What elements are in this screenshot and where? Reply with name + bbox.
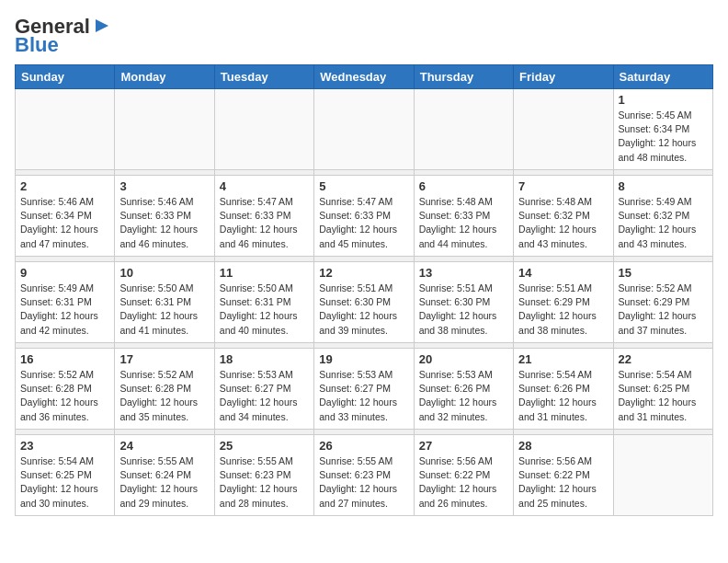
- day-info: Sunrise: 5:53 AMSunset: 6:27 PMDaylight:…: [319, 368, 408, 424]
- day-number: 12: [319, 266, 408, 280]
- day-info: Sunrise: 5:53 AMSunset: 6:26 PMDaylight:…: [419, 368, 508, 424]
- day-number: 18: [220, 352, 309, 366]
- day-info: Sunrise: 5:56 AMSunset: 6:22 PMDaylight:…: [419, 454, 508, 511]
- logo-arrow-icon: [92, 16, 112, 36]
- day-info: Sunrise: 5:50 AMSunset: 6:31 PMDaylight:…: [220, 282, 309, 338]
- day-info: Sunrise: 5:49 AMSunset: 6:32 PMDaylight:…: [619, 195, 708, 251]
- day-info: Sunrise: 5:56 AMSunset: 6:22 PMDaylight:…: [518, 454, 608, 511]
- day-info: Sunrise: 5:52 AMSunset: 6:28 PMDaylight:…: [119, 368, 209, 424]
- cell-w0-d5: [514, 89, 613, 170]
- day-number: 21: [518, 352, 608, 366]
- cell-w4-d5: 28Sunrise: 5:56 AMSunset: 6:22 PMDayligh…: [514, 435, 613, 516]
- cell-w4-d2: 25Sunrise: 5:55 AMSunset: 6:23 PMDayligh…: [214, 435, 313, 516]
- cell-w3-d3: 19Sunrise: 5:53 AMSunset: 6:27 PMDayligh…: [314, 349, 414, 430]
- header-saturday: Saturday: [613, 65, 712, 89]
- day-number: 25: [220, 439, 309, 453]
- cell-w0-d6: 1Sunrise: 5:45 AMSunset: 6:34 PMDaylight…: [613, 89, 712, 170]
- cell-w4-d4: 27Sunrise: 5:56 AMSunset: 6:22 PMDayligh…: [414, 435, 513, 516]
- header: General Blue: [15, 15, 713, 55]
- header-sunday: Sunday: [16, 65, 115, 89]
- day-number: 22: [619, 352, 708, 366]
- day-number: 3: [119, 179, 209, 193]
- day-info: Sunrise: 5:47 AMSunset: 6:33 PMDaylight:…: [319, 195, 408, 251]
- day-info: Sunrise: 5:46 AMSunset: 6:33 PMDaylight:…: [119, 195, 209, 251]
- cell-w3-d1: 17Sunrise: 5:52 AMSunset: 6:28 PMDayligh…: [115, 349, 214, 430]
- day-info: Sunrise: 5:52 AMSunset: 6:29 PMDaylight:…: [619, 282, 708, 338]
- day-info: Sunrise: 5:51 AMSunset: 6:30 PMDaylight:…: [419, 282, 508, 338]
- day-info: Sunrise: 5:55 AMSunset: 6:23 PMDaylight:…: [319, 454, 408, 511]
- day-number: 23: [20, 439, 109, 453]
- header-monday: Monday: [115, 65, 214, 89]
- day-info: Sunrise: 5:54 AMSunset: 6:26 PMDaylight:…: [518, 368, 608, 424]
- cell-w1-d3: 5Sunrise: 5:47 AMSunset: 6:33 PMDaylight…: [314, 176, 414, 257]
- cell-w3-d2: 18Sunrise: 5:53 AMSunset: 6:27 PMDayligh…: [214, 349, 313, 430]
- day-number: 16: [20, 352, 109, 366]
- header-wednesday: Wednesday: [314, 65, 414, 89]
- logo-blue-label: Blue: [15, 35, 59, 55]
- page: General Blue SundayMondayTuesdayWednesda…: [0, 0, 728, 525]
- cell-w1-d0: 2Sunrise: 5:46 AMSunset: 6:34 PMDaylight…: [16, 176, 115, 257]
- day-number: 10: [119, 266, 209, 280]
- cell-w2-d3: 12Sunrise: 5:51 AMSunset: 6:30 PMDayligh…: [314, 262, 414, 343]
- cell-w4-d0: 23Sunrise: 5:54 AMSunset: 6:25 PMDayligh…: [16, 435, 115, 516]
- cell-w4-d1: 24Sunrise: 5:55 AMSunset: 6:24 PMDayligh…: [115, 435, 214, 516]
- cell-w2-d0: 9Sunrise: 5:49 AMSunset: 6:31 PMDaylight…: [16, 262, 115, 343]
- day-number: 5: [319, 179, 408, 193]
- day-info: Sunrise: 5:50 AMSunset: 6:31 PMDaylight:…: [119, 282, 209, 338]
- calendar-header-row: SundayMondayTuesdayWednesdayThursdayFrid…: [16, 65, 713, 89]
- day-number: 9: [20, 266, 109, 280]
- week-row-3: 16Sunrise: 5:52 AMSunset: 6:28 PMDayligh…: [16, 349, 713, 430]
- cell-w1-d5: 7Sunrise: 5:48 AMSunset: 6:32 PMDaylight…: [514, 176, 613, 257]
- header-tuesday: Tuesday: [214, 65, 313, 89]
- cell-w0-d0: [16, 89, 115, 170]
- cell-w3-d6: 22Sunrise: 5:54 AMSunset: 6:25 PMDayligh…: [613, 349, 712, 430]
- cell-w1-d6: 8Sunrise: 5:49 AMSunset: 6:32 PMDaylight…: [613, 176, 712, 257]
- cell-w2-d4: 13Sunrise: 5:51 AMSunset: 6:30 PMDayligh…: [414, 262, 513, 343]
- day-number: 15: [619, 266, 708, 280]
- cell-w0-d2: [214, 89, 313, 170]
- day-number: 13: [419, 266, 508, 280]
- day-info: Sunrise: 5:46 AMSunset: 6:34 PMDaylight:…: [20, 195, 109, 251]
- day-number: 2: [20, 179, 109, 193]
- cell-w1-d4: 6Sunrise: 5:48 AMSunset: 6:33 PMDaylight…: [414, 176, 513, 257]
- week-row-0: 1Sunrise: 5:45 AMSunset: 6:34 PMDaylight…: [16, 89, 713, 170]
- svg-marker-0: [96, 19, 108, 32]
- day-info: Sunrise: 5:54 AMSunset: 6:25 PMDaylight:…: [619, 368, 708, 424]
- header-thursday: Thursday: [414, 65, 513, 89]
- cell-w2-d5: 14Sunrise: 5:51 AMSunset: 6:29 PMDayligh…: [514, 262, 613, 343]
- day-number: 6: [419, 179, 508, 193]
- day-info: Sunrise: 5:51 AMSunset: 6:29 PMDaylight:…: [518, 282, 608, 338]
- cell-w2-d1: 10Sunrise: 5:50 AMSunset: 6:31 PMDayligh…: [115, 262, 214, 343]
- day-number: 20: [419, 352, 508, 366]
- day-info: Sunrise: 5:49 AMSunset: 6:31 PMDaylight:…: [20, 282, 109, 338]
- day-info: Sunrise: 5:47 AMSunset: 6:33 PMDaylight:…: [220, 195, 309, 251]
- header-friday: Friday: [514, 65, 613, 89]
- day-info: Sunrise: 5:45 AMSunset: 6:34 PMDaylight:…: [619, 109, 708, 165]
- day-number: 1: [619, 93, 708, 107]
- day-number: 26: [319, 439, 408, 453]
- week-row-4: 23Sunrise: 5:54 AMSunset: 6:25 PMDayligh…: [16, 435, 713, 516]
- day-number: 14: [518, 266, 608, 280]
- day-number: 27: [419, 439, 508, 453]
- week-row-1: 2Sunrise: 5:46 AMSunset: 6:34 PMDaylight…: [16, 176, 713, 257]
- day-number: 24: [119, 439, 209, 453]
- day-number: 19: [319, 352, 408, 366]
- cell-w4-d3: 26Sunrise: 5:55 AMSunset: 6:23 PMDayligh…: [314, 435, 414, 516]
- cell-w1-d2: 4Sunrise: 5:47 AMSunset: 6:33 PMDaylight…: [214, 176, 313, 257]
- cell-w0-d1: [115, 89, 214, 170]
- cell-w1-d1: 3Sunrise: 5:46 AMSunset: 6:33 PMDaylight…: [115, 176, 214, 257]
- cell-w3-d5: 21Sunrise: 5:54 AMSunset: 6:26 PMDayligh…: [514, 349, 613, 430]
- day-number: 17: [119, 352, 209, 366]
- cell-w3-d4: 20Sunrise: 5:53 AMSunset: 6:26 PMDayligh…: [414, 349, 513, 430]
- calendar-table: SundayMondayTuesdayWednesdayThursdayFrid…: [15, 64, 713, 516]
- week-row-2: 9Sunrise: 5:49 AMSunset: 6:31 PMDaylight…: [16, 262, 713, 343]
- day-info: Sunrise: 5:53 AMSunset: 6:27 PMDaylight:…: [220, 368, 309, 424]
- cell-w0-d3: [314, 89, 414, 170]
- day-info: Sunrise: 5:55 AMSunset: 6:23 PMDaylight:…: [220, 454, 309, 511]
- cell-w2-d2: 11Sunrise: 5:50 AMSunset: 6:31 PMDayligh…: [214, 262, 313, 343]
- day-info: Sunrise: 5:52 AMSunset: 6:28 PMDaylight:…: [20, 368, 109, 424]
- cell-w0-d4: [414, 89, 513, 170]
- day-number: 11: [220, 266, 309, 280]
- day-info: Sunrise: 5:51 AMSunset: 6:30 PMDaylight:…: [319, 282, 408, 338]
- day-number: 4: [220, 179, 309, 193]
